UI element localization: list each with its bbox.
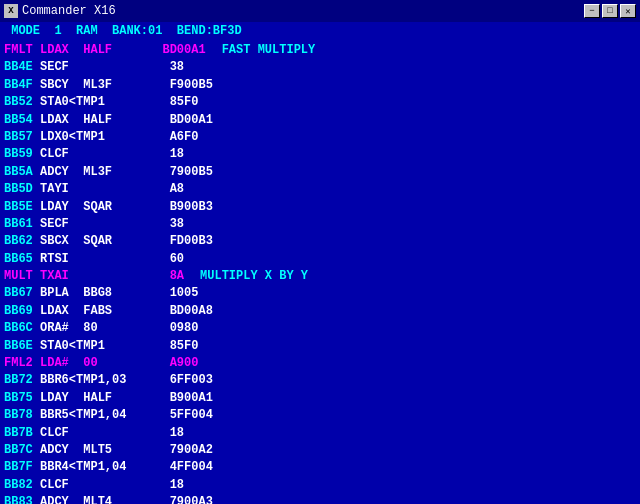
address: BB59 [4,146,40,163]
address: BB7C [4,442,40,459]
table-row: FMLT LDAX HALF BD00A1FAST MULTIPLY [4,42,636,59]
table-row: BB59 CLCF 18 [4,146,636,163]
address: BB72 [4,372,40,389]
table-row: BB5D TAYI A8 [4,181,636,198]
instruction: LDAX HALF BD00A1 [40,42,206,59]
table-row: MULT TXAI 8AMULTIPLY X BY Y [4,268,636,285]
instruction: SBCY ML3F F900B5 [40,77,213,94]
table-row: BB82 CLCF 18 [4,477,636,494]
address: BB7F [4,459,40,476]
table-row: BB65 RTSI 60 [4,251,636,268]
comment: FAST MULTIPLY [222,42,316,59]
address: BB52 [4,94,40,111]
table-row: BB4F SBCY ML3F F900B5 [4,77,636,94]
table-row: BB61 SECF 38 [4,216,636,233]
address: BB5D [4,181,40,198]
table-row: BB67 BPLA BBG8 1005 [4,285,636,302]
titlebar-controls: − □ ✕ [584,4,636,18]
instruction: SECF 38 [40,216,184,233]
address: BB7B [4,425,40,442]
instruction: ADCY ML3F 7900B5 [40,164,213,181]
close-button[interactable]: ✕ [620,4,636,18]
table-row: BB5A ADCY ML3F 7900B5 [4,164,636,181]
instruction: ADCY MLT5 7900A2 [40,442,213,459]
table-row: BB6E STA0<TMP1 85F0 [4,338,636,355]
instruction: SECF 38 [40,59,184,76]
minimize-button[interactable]: − [584,4,600,18]
table-row: BB57 LDX0<TMP1 A6F0 [4,129,636,146]
titlebar-title: Commander X16 [22,4,116,18]
instruction: BBR5<TMP1,04 5FF004 [40,407,213,424]
address: BB4E [4,59,40,76]
titlebar: X Commander X16 − □ ✕ [0,0,640,22]
instruction: ORA# 80 0980 [40,320,198,337]
instruction: ADCY MLT4 7900A3 [40,494,213,504]
address: BB4F [4,77,40,94]
instruction: LDAX HALF BD00A1 [40,112,213,129]
instruction: BPLA BBG8 1005 [40,285,198,302]
address: BB65 [4,251,40,268]
table-row: BB7B CLCF 18 [4,425,636,442]
instruction: BBR6<TMP1,03 6FF003 [40,372,213,389]
address: BB82 [4,477,40,494]
titlebar-left: X Commander X16 [4,4,116,18]
address: BB75 [4,390,40,407]
address: BB57 [4,129,40,146]
table-row: BB52 STA0<TMP1 85F0 [4,94,636,111]
instruction: STA0<TMP1 85F0 [40,94,198,111]
instruction: LDAY SQAR B900B3 [40,199,213,216]
table-row: FML2 LDA# 00 A900 [4,355,636,372]
app-icon: X [4,4,18,18]
address: BB83 [4,494,40,504]
address: FML2 [4,355,40,372]
instruction: LDX0<TMP1 A6F0 [40,129,198,146]
modebar: MODE 1 RAM BANK:01 BEND:BF3D [0,22,640,40]
instruction: CLCF 18 [40,477,184,494]
mode-text: MODE 1 RAM BANK:01 BEND:BF3D [4,24,242,38]
instruction: CLCF 18 [40,425,184,442]
table-row: BB54 LDAX HALF BD00A1 [4,112,636,129]
address: MULT [4,268,40,285]
table-row: BB7C ADCY MLT5 7900A2 [4,442,636,459]
table-row: BB75 LDAY HALF B900A1 [4,390,636,407]
table-row: BB7F BBR4<TMP1,04 4FF004 [4,459,636,476]
maximize-button[interactable]: □ [602,4,618,18]
address: BB67 [4,285,40,302]
instruction: BBR4<TMP1,04 4FF004 [40,459,213,476]
instruction: LDA# 00 A900 [40,355,198,372]
table-row: BB5E LDAY SQAR B900B3 [4,199,636,216]
address: BB5A [4,164,40,181]
instruction: SBCX SQAR FD00B3 [40,233,213,250]
instruction: LDAX FABS BD00A8 [40,303,213,320]
address: BB69 [4,303,40,320]
comment: MULTIPLY X BY Y [200,268,308,285]
address: FMLT [4,42,40,59]
address: BB6C [4,320,40,337]
address: BB78 [4,407,40,424]
address: BB54 [4,112,40,129]
instruction: TAYI A8 [40,181,184,198]
instruction: TXAI 8A [40,268,184,285]
instruction: STA0<TMP1 85F0 [40,338,198,355]
table-row: BB78 BBR5<TMP1,04 5FF004 [4,407,636,424]
address: BB5E [4,199,40,216]
instruction: CLCF 18 [40,146,184,163]
address: BB61 [4,216,40,233]
address: BB6E [4,338,40,355]
instruction: RTSI 60 [40,251,184,268]
table-row: BB62 SBCX SQAR FD00B3 [4,233,636,250]
table-row: BB83 ADCY MLT4 7900A3 [4,494,636,504]
table-row: BB4E SECF 38 [4,59,636,76]
table-row: BB69 LDAX FABS BD00A8 [4,303,636,320]
table-row: BB72 BBR6<TMP1,03 6FF003 [4,372,636,389]
instruction: LDAY HALF B900A1 [40,390,213,407]
table-row: BB6C ORA# 80 0980 [4,320,636,337]
address: BB62 [4,233,40,250]
main-content: FMLT LDAX HALF BD00A1FAST MULTIPLYBB4E S… [0,40,640,504]
